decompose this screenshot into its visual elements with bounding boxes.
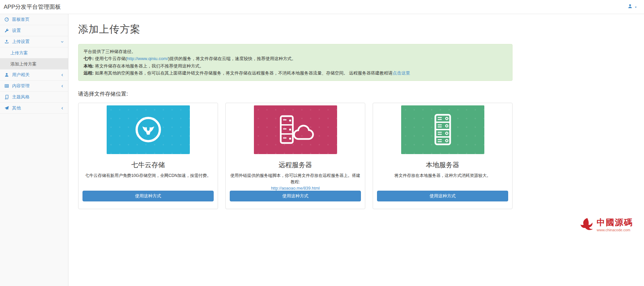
top-bar: APP分发平台管理面板 — [0, 0, 644, 14]
chinacode-watermark: 中國源碼 www.chinacode.com — [580, 218, 633, 232]
use-this-method-button[interactable]: 使用这种方式 — [83, 191, 214, 201]
sidebar-item-label: 内容管理 — [12, 83, 30, 89]
user-icon — [628, 4, 633, 10]
main-content: 添加上传方案 平台提供了三种储存途径。 七牛: 使用七牛云存储(http://w… — [68, 14, 644, 286]
sidebar-item-label: 设置 — [12, 28, 21, 34]
remote-tutorial-url-link[interactable]: http://aoaoao.me/839.html — [230, 186, 361, 191]
sidebar-item-settings[interactable]: 设置 — [0, 25, 68, 36]
remote-server-cloud-icon — [276, 113, 315, 146]
watermark-name: 中國源碼 — [597, 218, 633, 227]
card-title: 本地服务器 — [377, 160, 508, 170]
notice-text: 将文件储存在本地服务器上，我们不推荐使用这种方式。 — [94, 63, 204, 68]
sidebar-item-label: 面板首页 — [12, 16, 30, 22]
card-description: 使用外链提供的服务端脚本，你可以将文件存放在远程服务器上。搭建教程: — [230, 173, 361, 185]
notice-local-label: 本地: — [84, 63, 94, 68]
upload-icon — [4, 39, 9, 44]
notice-local-line: 本地: 将文件储存在本地服务器上，我们不推荐使用这种方式。 — [84, 62, 507, 69]
local-server-icon — [427, 113, 458, 146]
table-icon — [4, 84, 9, 88]
card-description: 七牛云存储有新用户免费10G存储空间，全网CDN加速，按需付费。 — [83, 173, 214, 179]
caret-down-icon — [634, 4, 637, 10]
storage-options: 七牛云存储 七牛云存储有新用户免费10G存储空间，全网CDN加速，按需付费。 使… — [78, 103, 513, 209]
chevron-down-icon — [60, 40, 64, 45]
notice-text: )提供的服务，将文件存储在云端，速度较快，推荐使用这种方式。 — [168, 56, 296, 61]
sidebar-subitem-add-upload-plan[interactable]: 添加上传方案 — [0, 58, 68, 69]
storage-card-local: 本地服务器 将文件存放在本地服务器，这种方式消耗资源较大。 使用这种方式 — [373, 103, 513, 209]
book-icon — [4, 95, 9, 99]
chevron-left-icon — [60, 106, 64, 111]
notice-intro: 平台提供了三种储存途径。 — [84, 48, 507, 55]
sidebar-item-other[interactable]: 其他 — [0, 103, 68, 114]
remote-tutorial-link[interactable]: 点击这里 — [393, 70, 410, 76]
local-thumbnail — [401, 105, 484, 154]
sidebar-item-dashboard[interactable]: 面板首页 — [0, 14, 68, 25]
notice-box: 平台提供了三种储存途径。 七牛: 使用七牛云存储(http://www.qini… — [78, 44, 513, 81]
chevron-left-icon — [60, 73, 64, 78]
sidebar: 面板首页 设置 上传设置 上传方案 添加上传方案 用户相关 — [0, 14, 68, 286]
storage-card-qiniu: 七牛云存储 七牛云存储有新用户免费10G存储空间，全网CDN加速，按需付费。 使… — [78, 103, 218, 209]
qiniu-thumbnail — [107, 105, 190, 154]
sidebar-item-theme[interactable]: 主题风格 — [0, 92, 68, 103]
storage-card-remote: 远程服务器 使用外链提供的服务端脚本，你可以将文件存放在远程服务器上。搭建教程:… — [225, 103, 365, 209]
notice-remote-label: 远程: — [84, 70, 94, 76]
sidebar-item-label: 上传设置 — [12, 39, 30, 45]
qiniu-logo-icon — [132, 113, 164, 146]
sidebar-subitem-upload-plan[interactable]: 上传方案 — [0, 47, 68, 58]
wrench-icon — [4, 28, 9, 33]
watermark-url: www.chinacode.com — [597, 228, 633, 232]
user-menu[interactable] — [628, 4, 637, 10]
dashboard-icon — [4, 17, 9, 22]
notice-text: 使用七牛云存储( — [94, 56, 127, 61]
app-title: APP分发平台管理面板 — [4, 3, 61, 11]
use-this-method-button[interactable]: 使用这种方式 — [230, 191, 361, 201]
sidebar-item-users[interactable]: 用户相关 — [0, 69, 68, 81]
use-this-method-button[interactable]: 使用这种方式 — [377, 191, 508, 201]
card-title: 远程服务器 — [230, 160, 361, 170]
sidebar-item-label: 主题风格 — [12, 94, 30, 100]
notice-qiniu-line: 七牛: 使用七牛云存储(http://www.qiniu.com/)提供的服务，… — [84, 55, 507, 62]
notice-qiniu-label: 七牛: — [84, 56, 94, 61]
card-title: 七牛云存储 — [83, 160, 214, 170]
notice-text: 如果有其他的空闲服务器，你可以在其上面搭建外链文件存储服务，将文件存储在远程服务… — [94, 70, 392, 76]
sidebar-item-label: 其他 — [12, 105, 21, 111]
qiniu-site-link[interactable]: http://www.qiniu.com/ — [127, 56, 168, 61]
user-icon — [4, 73, 9, 77]
sidebar-item-content[interactable]: 内容管理 — [0, 81, 68, 92]
sidebar-item-label: 用户相关 — [12, 72, 30, 78]
remote-thumbnail — [254, 105, 337, 154]
page-title: 添加上传方案 — [78, 22, 513, 36]
choose-storage-label: 请选择文件存储位置: — [78, 91, 513, 98]
sidebar-item-upload-settings[interactable]: 上传设置 — [0, 36, 68, 47]
chevron-left-icon — [60, 84, 64, 89]
card-description: 将文件存放在本地服务器，这种方式消耗资源较大。 — [377, 173, 508, 179]
chinacode-logo-icon — [580, 218, 595, 232]
notice-remote-line: 远程: 如果有其他的空闲服务器，你可以在其上面搭建外链文件存储服务，将文件存储在… — [84, 69, 507, 77]
send-icon — [4, 106, 9, 110]
